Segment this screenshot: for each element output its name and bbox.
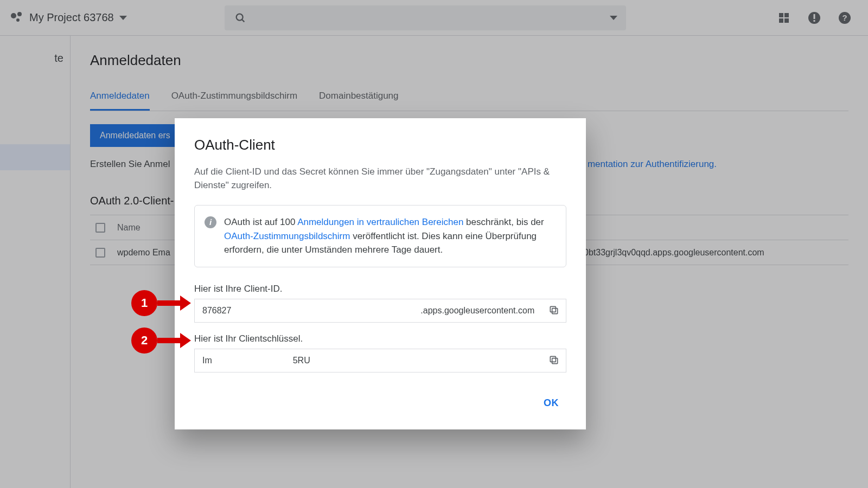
- annotation-badge-2: 2: [131, 328, 157, 354]
- arrow-head-icon: [180, 333, 191, 348]
- info-text-2: beschränkt, bis der: [463, 217, 544, 227]
- dialog-subtitle: Auf die Client-ID und das Secret können …: [194, 165, 566, 192]
- arrow-icon: [157, 300, 180, 306]
- client-id-field: 876827 .apps.googleusercontent.com: [194, 299, 566, 323]
- info-link-sensitive-scopes[interactable]: Anmeldungen in vertraulichen Bereichen: [297, 217, 463, 227]
- annotation-1: 1: [131, 290, 191, 316]
- info-link-consent-screen[interactable]: OAuth-Zustimmungsbildschirm: [224, 231, 350, 241]
- arrow-head-icon: [180, 296, 191, 311]
- ok-button[interactable]: OK: [536, 392, 566, 414]
- client-id-suffix: .apps.googleusercontent.com: [420, 306, 534, 315]
- info-text-1: OAuth ist auf 100: [224, 217, 297, 227]
- client-id-prefix: 876827: [202, 306, 231, 315]
- copy-client-id-button[interactable]: [548, 305, 560, 317]
- svg-rect-14: [550, 356, 556, 362]
- client-secret-suffix: 5RU: [293, 356, 310, 365]
- svg-rect-13: [552, 358, 558, 363]
- client-id-label: Hier ist Ihre Client-ID.: [194, 284, 566, 294]
- annotation-2: 2: [131, 328, 191, 354]
- annotation-badge-1: 1: [131, 290, 157, 316]
- info-icon: i: [205, 216, 216, 228]
- client-secret-field: Im 5RU: [194, 349, 566, 373]
- copy-client-secret-button[interactable]: [548, 355, 560, 367]
- dialog-actions: OK: [194, 392, 566, 414]
- client-secret-prefix: Im: [202, 356, 212, 365]
- arrow-icon: [157, 338, 180, 343]
- dialog-title: OAuth-Client: [194, 137, 566, 153]
- info-box: i OAuth ist auf 100 Anmeldungen in vertr…: [194, 205, 566, 267]
- client-secret-label: Hier ist Ihr Clientschlüssel.: [194, 333, 566, 344]
- oauth-client-dialog: OAuth-Client Auf die Client-ID und das S…: [175, 118, 586, 429]
- svg-rect-12: [550, 306, 556, 312]
- svg-rect-11: [552, 308, 558, 313]
